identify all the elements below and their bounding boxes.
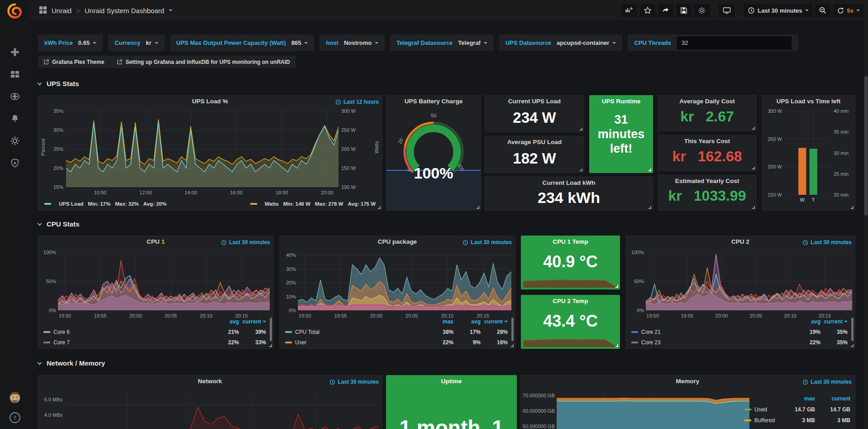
grafana-logo[interactable] bbox=[6, 3, 24, 20]
ups-bars-chart[interactable] bbox=[785, 111, 831, 195]
variable-value-dropdown[interactable]: kr bbox=[146, 39, 158, 46]
panel-resize-handle[interactable] bbox=[580, 128, 582, 130]
cpu-package-chart[interactable] bbox=[298, 252, 511, 310]
legend-swatch[interactable] bbox=[43, 331, 50, 333]
legend-scrollbar[interactable] bbox=[270, 318, 272, 341]
legend-sort-avg[interactable]: avg bbox=[793, 318, 820, 325]
link-grafana-plex-theme[interactable]: Grafana Plex Theme bbox=[43, 59, 104, 65]
legend-swatch[interactable] bbox=[285, 331, 292, 333]
panel-resize-handle[interactable] bbox=[851, 344, 854, 347]
refresh-interval-label[interactable]: 5s bbox=[847, 7, 854, 14]
page-title[interactable]: Unraid System Dashboard bbox=[85, 7, 164, 14]
legend-series-name[interactable]: Core 21 bbox=[641, 329, 661, 335]
add-panel-button[interactable] bbox=[621, 4, 637, 17]
breadcrumb-root[interactable]: Unraid bbox=[52, 7, 72, 14]
panel-title[interactable]: Current Load kWh bbox=[485, 179, 653, 186]
panel-timerange-link[interactable]: Last 30 minutes bbox=[221, 239, 270, 246]
legend-scrollbar[interactable] bbox=[851, 318, 854, 341]
panel-title[interactable]: CPU 2 Temp bbox=[521, 298, 620, 304]
variable-value-dropdown[interactable]: Nostromo bbox=[344, 39, 378, 46]
legend-series-name[interactable]: Buffered bbox=[754, 417, 775, 424]
legend-series-watts[interactable]: Watts Min: 148 W Max: 278 W Avg: 175 W bbox=[250, 201, 376, 207]
panel-resize-handle[interactable] bbox=[649, 169, 651, 171]
save-dashboard-button[interactable] bbox=[676, 4, 692, 17]
legend-series-name[interactable]: User bbox=[295, 339, 306, 346]
link-ups-monitoring-guide[interactable]: Setting up Grafana and InfluxDB for UPS … bbox=[117, 59, 290, 65]
variable-value-dropdown[interactable]: Telegraf bbox=[458, 39, 487, 46]
panel-resize-handle[interactable] bbox=[615, 344, 618, 347]
variable-value-dropdown[interactable]: 865 bbox=[291, 39, 308, 46]
panel-title[interactable]: This Years Cost bbox=[658, 138, 756, 145]
panel-resize-handle[interactable] bbox=[752, 127, 755, 130]
panel-resize-handle[interactable] bbox=[269, 344, 272, 347]
explore-icon[interactable] bbox=[10, 92, 20, 101]
dashboard-settings-button[interactable] bbox=[694, 4, 710, 17]
legend-sort-max[interactable]: max bbox=[780, 395, 815, 402]
panel-resize-handle[interactable] bbox=[615, 285, 618, 288]
alerting-bell-icon[interactable] bbox=[10, 114, 20, 124]
refresh-button[interactable]: 5s bbox=[833, 4, 863, 17]
help-icon[interactable]: ? bbox=[9, 412, 21, 424]
panel-title[interactable]: UPS Battery Charge bbox=[386, 98, 481, 105]
panel-title[interactable]: UPS Load vs Time left bbox=[762, 98, 855, 105]
legend-series-name[interactable]: Core 6 bbox=[53, 329, 70, 335]
memory-chart[interactable] bbox=[557, 392, 749, 429]
panel-resize-handle[interactable] bbox=[851, 206, 854, 209]
legend-series-name[interactable]: Core 23 bbox=[641, 339, 661, 346]
legend-series-ups-load[interactable]: UPS Load Min: 17% Max: 32% Avg: 20% bbox=[44, 201, 167, 207]
panel-title[interactable]: CPU 1 Temp bbox=[521, 238, 620, 245]
panel-resize-handle[interactable] bbox=[477, 206, 479, 209]
legend-swatch[interactable] bbox=[631, 331, 638, 333]
server-admin-shield-icon[interactable] bbox=[10, 158, 20, 168]
legend-swatch[interactable] bbox=[631, 342, 638, 343]
row-header-network-memory[interactable]: Network / Memory bbox=[38, 359, 105, 367]
panel-timerange-link[interactable]: Last 30 minutes bbox=[329, 379, 379, 385]
panel-title[interactable]: Estimated Yearly Cost bbox=[658, 178, 756, 184]
legend-sort-current[interactable]: current bbox=[239, 318, 266, 325]
cycle-view-mode-button[interactable] bbox=[719, 4, 735, 17]
panel-title[interactable]: Average Daily Cost bbox=[658, 98, 756, 105]
legend-series-name[interactable]: CPU Total bbox=[295, 329, 320, 335]
panel-resize-handle[interactable] bbox=[752, 206, 755, 209]
legend-swatch[interactable] bbox=[43, 342, 50, 343]
legend-sort-current[interactable]: current bbox=[815, 395, 850, 402]
panel-resize-handle[interactable] bbox=[378, 206, 381, 209]
cpu2-chart[interactable] bbox=[646, 252, 852, 310]
configuration-gear-icon[interactable] bbox=[10, 136, 20, 146]
panel-title[interactable]: Current UPS Load bbox=[485, 98, 584, 105]
legend-scrollbar[interactable] bbox=[511, 318, 514, 341]
user-avatar[interactable] bbox=[8, 391, 22, 405]
panel-resize-handle[interactable] bbox=[752, 167, 755, 169]
legend-series-name[interactable]: Core 7 bbox=[53, 339, 70, 346]
refresh-interval-caret-icon[interactable] bbox=[856, 10, 860, 11]
network-chart[interactable] bbox=[64, 392, 378, 429]
panel-title[interactable]: Uptime bbox=[386, 378, 516, 385]
legend-swatch[interactable] bbox=[744, 419, 751, 421]
legend-sort-current[interactable]: current bbox=[481, 318, 508, 325]
panel-timerange-link[interactable]: Last 12 hours bbox=[335, 99, 379, 105]
dashboards-icon[interactable] bbox=[10, 69, 20, 79]
cpu1-chart[interactable] bbox=[58, 252, 270, 310]
legend-swatch[interactable] bbox=[285, 342, 292, 343]
row-header-ups-stats[interactable]: UPS Stats bbox=[38, 80, 79, 87]
create-icon[interactable] bbox=[10, 47, 20, 57]
panel-timerange-link[interactable]: Last 30 minutes bbox=[463, 239, 512, 246]
legend-sort-current[interactable]: current bbox=[820, 318, 848, 325]
panel-title[interactable]: Average PSU Load bbox=[485, 139, 584, 145]
time-range-picker[interactable]: Last 30 minutes bbox=[744, 4, 812, 17]
panel-title[interactable]: UPS Load % bbox=[38, 98, 382, 105]
row-header-cpu-stats[interactable]: CPU Stats bbox=[38, 220, 80, 228]
ups-load-chart[interactable] bbox=[66, 111, 339, 187]
panel-timerange-link[interactable]: Last 30 minutes bbox=[802, 239, 852, 246]
panel-resize-handle[interactable] bbox=[580, 169, 582, 171]
page-scrollbar[interactable] bbox=[864, 0, 868, 429]
panel-resize-handle[interactable] bbox=[649, 206, 651, 209]
panel-resize-handle[interactable] bbox=[511, 344, 514, 347]
legend-sort-avg[interactable]: avg bbox=[212, 318, 239, 325]
variable-value-dropdown[interactable]: 0.65 bbox=[78, 39, 96, 46]
legend-sort-max[interactable]: max bbox=[426, 318, 453, 325]
legend-swatch[interactable] bbox=[744, 409, 751, 410]
legend-series-name[interactable]: Used bbox=[754, 406, 767, 413]
panel-timerange-link[interactable]: Last 30 minutes bbox=[802, 379, 852, 385]
cpu-threads-input[interactable] bbox=[677, 36, 792, 50]
